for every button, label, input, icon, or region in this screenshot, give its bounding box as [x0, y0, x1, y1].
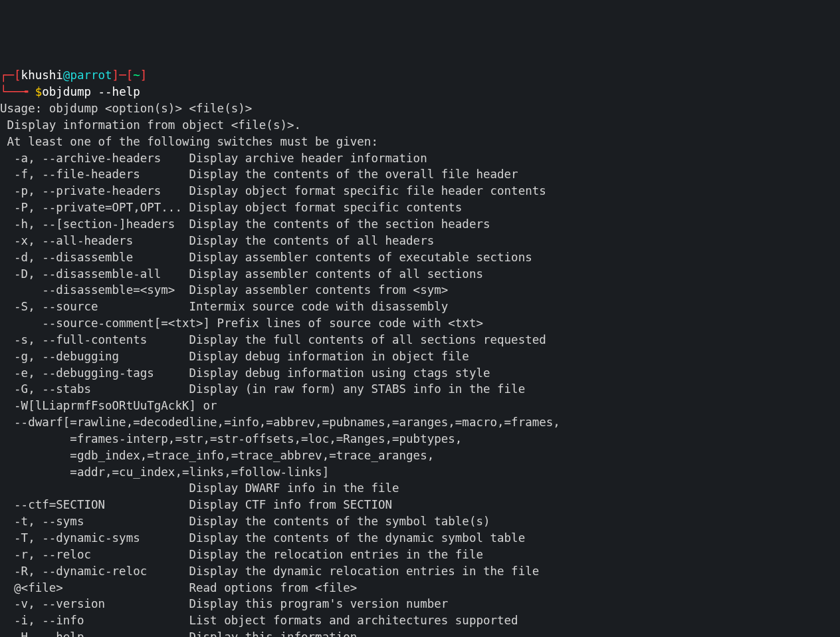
terminal-output[interactable]: ┌─[khushi@parrot]─[~]└──╼ $objdump --hel… [0, 67, 840, 637]
option-line: @<file> Read options from <file> [0, 580, 840, 596]
option-line: -H, --help Display this information [0, 629, 840, 637]
option-line: -t, --syms Display the contents of the s… [0, 513, 840, 530]
option-line: -r, --reloc Display the relocation entri… [0, 547, 840, 563]
prompt-line-1: ┌─[khushi@parrot]─[~] [0, 67, 840, 84]
option-line: -p, --private-headers Display object for… [0, 183, 840, 199]
option-line: -G, --stabs Display (in raw form) any ST… [0, 381, 840, 398]
prompt-line-2: └──╼ $objdump --help [0, 84, 840, 100]
usage-line: Usage: objdump <option(s)> <file(s)> [0, 100, 840, 117]
option-line: --source-comment[=<txt>] Prefix lines of… [0, 315, 840, 332]
option-line: --dwarf[=rawline,=decodedline,=info,=abb… [0, 414, 840, 431]
option-line: =gdb_index,=trace_info,=trace_abbrev,=tr… [0, 447, 840, 464]
desc-line: Display information from object <file(s)… [0, 117, 840, 134]
option-line: -S, --source Intermix source code with d… [0, 299, 840, 315]
option-line: =addr,=cu_index,=links,=follow-links] [0, 464, 840, 481]
option-line: -T, --dynamic-syms Display the contents … [0, 530, 840, 547]
option-line: -s, --full-contents Display the full con… [0, 332, 840, 348]
option-line: -i, --info List object formats and archi… [0, 612, 840, 629]
option-line: -e, --debugging-tags Display debug infor… [0, 365, 840, 382]
desc-line: At least one of the following switches m… [0, 134, 840, 150]
option-line: -W[lLiaprmfFsoORtUuTgAckK] or [0, 398, 840, 414]
option-line: -x, --all-headers Display the contents o… [0, 233, 840, 249]
option-line: -g, --debugging Display debug informatio… [0, 348, 840, 365]
option-line: -P, --private=OPT,OPT... Display object … [0, 199, 840, 216]
option-line: -f, --file-headers Display the contents … [0, 166, 840, 183]
option-line: -h, --[section-]headers Display the cont… [0, 216, 840, 233]
option-line: --disassemble=<sym> Display assembler co… [0, 282, 840, 299]
option-line: -d, --disassemble Display assembler cont… [0, 249, 840, 266]
command-text: objdump --help [42, 85, 140, 98]
option-line: -a, --archive-headers Display archive he… [0, 150, 840, 167]
option-line: -D, --disassemble-all Display assembler … [0, 266, 840, 283]
option-line: --ctf=SECTION Display CTF info from SECT… [0, 497, 840, 513]
option-line: Display DWARF info in the file [0, 480, 840, 497]
option-line: -v, --version Display this program's ver… [0, 596, 840, 612]
option-line: -R, --dynamic-reloc Display the dynamic … [0, 563, 840, 580]
option-line: =frames-interp,=str,=str-offsets,=loc,=R… [0, 431, 840, 447]
